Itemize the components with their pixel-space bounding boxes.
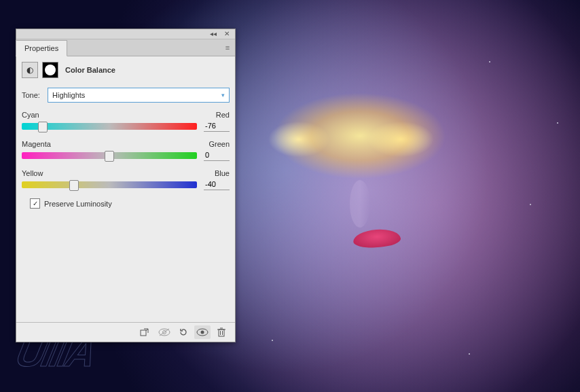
star <box>530 204 531 205</box>
slider-cyan-red: CyanRed <box>22 111 230 132</box>
panel-footer <box>16 322 235 342</box>
slider-value-input[interactable] <box>204 179 230 190</box>
tone-label: Tone: <box>22 91 43 99</box>
adjustment-title: Color Balance <box>65 66 115 74</box>
close-icon[interactable]: ✕ <box>223 30 231 38</box>
slider-left-label: Yellow <box>22 169 43 177</box>
slider-track[interactable] <box>22 123 197 130</box>
tab-properties[interactable]: Properties <box>16 40 67 56</box>
tone-select[interactable]: Highlights ▾ <box>48 88 230 103</box>
layer-mask-icon[interactable] <box>42 62 58 78</box>
chevron-down-icon: ▾ <box>221 92 225 99</box>
delete-icon[interactable] <box>213 325 230 339</box>
tone-row: Tone: Highlights ▾ <box>22 88 230 103</box>
svg-rect-6 <box>219 329 224 336</box>
panel-menu-icon[interactable]: ≡ <box>220 39 235 56</box>
tab-bar: Properties ≡ <box>16 39 235 56</box>
slider-thumb[interactable] <box>38 122 48 132</box>
tab-label: Properties <box>24 44 58 52</box>
slider-thumb[interactable] <box>69 180 79 191</box>
slider-magenta-green: MagentaGreen <box>22 140 230 161</box>
slider-right-label: Green <box>209 140 230 148</box>
svg-point-5 <box>201 331 204 334</box>
tone-value: Highlights <box>52 91 85 99</box>
slider-right-label: Blue <box>215 169 230 177</box>
panel-body: ◐ Color Balance Tone: Highlights ▾ CyanR… <box>16 56 235 209</box>
preserve-luminosity-label: Preserve Luminosity <box>44 200 112 208</box>
clip-to-layer-icon[interactable] <box>137 325 153 339</box>
slider-yellow-blue: YellowBlue <box>22 169 230 190</box>
slider-left-label: Cyan <box>22 111 39 119</box>
artwork-nose <box>350 180 370 228</box>
slider-value-input[interactable] <box>204 149 230 161</box>
star <box>557 122 558 124</box>
slider-track[interactable] <box>22 152 197 159</box>
slider-thumb[interactable] <box>105 151 114 162</box>
adjustment-header: ◐ Color Balance <box>22 62 230 78</box>
reset-icon[interactable] <box>175 325 192 339</box>
tab-spacer <box>67 39 220 56</box>
color-balance-icon[interactable]: ◐ <box>22 62 38 78</box>
slider-value-input[interactable] <box>204 120 230 132</box>
svg-rect-0 <box>141 330 146 336</box>
slider-left-label: Magenta <box>22 140 51 148</box>
slider-right-label: Red <box>216 111 230 119</box>
slider-track[interactable] <box>22 181 197 188</box>
star <box>272 340 273 341</box>
artwork-lips <box>352 228 401 249</box>
collapse-icon[interactable]: ◂◂ <box>209 30 217 38</box>
star <box>489 61 490 63</box>
preserve-luminosity-checkbox[interactable]: ✓ <box>30 198 40 209</box>
preserve-luminosity-row: ✓ Preserve Luminosity <box>30 198 230 209</box>
view-previous-icon[interactable] <box>156 325 173 339</box>
star <box>469 353 470 355</box>
visibility-icon[interactable] <box>194 325 211 339</box>
panel-titlebar: ◂◂ ✕ <box>16 29 235 39</box>
properties-panel: ◂◂ ✕ Properties ≡ ◐ Color Balance Tone: … <box>16 29 236 342</box>
